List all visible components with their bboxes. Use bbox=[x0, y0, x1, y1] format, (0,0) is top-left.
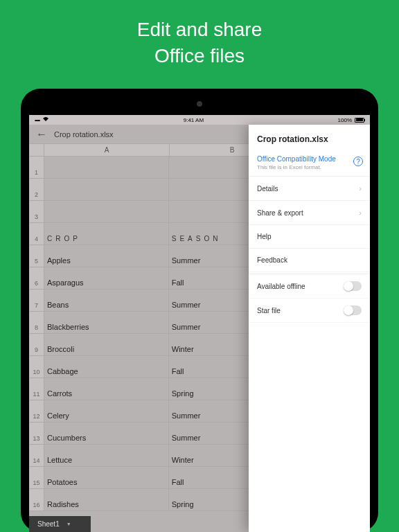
cell-crop[interactable]: Celery bbox=[44, 400, 169, 422]
document-title: Crop rotation.xlsx bbox=[54, 130, 114, 139]
row-number[interactable]: 1 bbox=[29, 157, 44, 178]
panel-item[interactable]: Help bbox=[249, 225, 370, 249]
row-number[interactable]: 15 bbox=[29, 467, 44, 488]
cell-crop[interactable]: Asparagus bbox=[44, 267, 169, 289]
battery-icon bbox=[355, 118, 364, 123]
device-frame: ••••• 9:41 AM 100% ← Crop rotation.xlsx … bbox=[21, 89, 378, 532]
row-number[interactable]: 3 bbox=[29, 201, 44, 222]
caret-down-icon[interactable]: ▼ bbox=[66, 522, 71, 526]
panel-item-label: Help bbox=[257, 233, 272, 240]
col-header-a[interactable]: A bbox=[44, 144, 170, 156]
row-number[interactable]: 10 bbox=[29, 356, 44, 378]
cell[interactable] bbox=[44, 157, 169, 178]
cell-crop[interactable]: Beans bbox=[44, 290, 169, 311]
compat-label: Office Compatibility Mode bbox=[257, 155, 362, 163]
row-number[interactable]: 11 bbox=[29, 378, 44, 400]
signal-icon: ••••• bbox=[35, 118, 39, 123]
row-number[interactable]: 8 bbox=[29, 312, 44, 333]
promo-line1: Edit and share bbox=[0, 17, 399, 43]
row-number[interactable]: 4 bbox=[29, 223, 44, 245]
cell-crop[interactable]: Blackberries bbox=[44, 312, 169, 333]
cell[interactable] bbox=[44, 179, 169, 200]
cell-crop[interactable]: Broccoli bbox=[44, 334, 169, 355]
toggle-switch[interactable] bbox=[344, 305, 362, 315]
panel-item[interactable]: Share & export› bbox=[249, 201, 370, 225]
help-icon[interactable]: ? bbox=[353, 157, 363, 166]
battery-percent: 100% bbox=[338, 117, 352, 123]
cell-crop[interactable]: Apples bbox=[44, 245, 169, 267]
row-number[interactable]: 13 bbox=[29, 423, 44, 444]
sheet-tab-label: Sheet1 bbox=[37, 520, 60, 528]
panel-title: Crop rotation.xlsx bbox=[249, 125, 370, 152]
cell-crop[interactable]: Cabbage bbox=[44, 356, 169, 378]
chevron-right-icon: › bbox=[359, 184, 362, 193]
row-number[interactable]: 12 bbox=[29, 400, 44, 422]
panel-item-label: Details bbox=[257, 185, 278, 193]
panel-item-label: Share & export bbox=[257, 209, 303, 217]
toggle-label: Available offline bbox=[257, 283, 305, 290]
camera-dot bbox=[197, 101, 202, 107]
sheet-tab[interactable]: Sheet1 ▼ bbox=[29, 516, 91, 532]
status-time: 9:41 AM bbox=[184, 117, 204, 123]
cell-crop-header[interactable]: CROP bbox=[44, 223, 169, 245]
row-number[interactable]: 9 bbox=[29, 334, 44, 355]
corner-cell[interactable] bbox=[29, 144, 44, 156]
row-number[interactable]: 2 bbox=[29, 179, 44, 200]
toggle-switch[interactable] bbox=[344, 281, 362, 291]
promo-line2: Office files bbox=[0, 43, 399, 69]
panel-item[interactable]: Details› bbox=[249, 177, 370, 201]
status-bar: ••••• 9:41 AM 100% bbox=[29, 115, 370, 125]
chevron-right-icon: › bbox=[359, 209, 362, 217]
cell-crop[interactable]: Carrots bbox=[44, 378, 169, 400]
cell[interactable] bbox=[44, 201, 169, 222]
row-number[interactable]: 16 bbox=[29, 489, 44, 511]
row-number[interactable]: 6 bbox=[29, 267, 44, 289]
row-number[interactable]: 7 bbox=[29, 290, 44, 311]
compat-mode-row[interactable]: Office Compatibility Mode This file is i… bbox=[249, 152, 370, 177]
panel-item-label: Feedback bbox=[257, 256, 287, 264]
screen: ••••• 9:41 AM 100% ← Crop rotation.xlsx … bbox=[29, 115, 370, 532]
side-panel: Crop rotation.xlsx Office Compatibility … bbox=[249, 125, 370, 532]
cell-crop[interactable]: Potatoes bbox=[44, 467, 169, 488]
toggle-row: Star file bbox=[249, 299, 370, 323]
toggle-label: Star file bbox=[257, 307, 281, 314]
cell-crop[interactable]: Lettuce bbox=[44, 445, 169, 466]
compat-subtext: This file is in Excel format. bbox=[257, 164, 362, 170]
toggle-row: Available offline bbox=[249, 274, 370, 299]
back-arrow-icon[interactable]: ← bbox=[36, 128, 47, 141]
row-number[interactable]: 14 bbox=[29, 445, 44, 466]
cell-crop[interactable]: Radishes bbox=[44, 489, 169, 511]
row-number[interactable]: 5 bbox=[29, 245, 44, 267]
cell-crop[interactable]: Cucumbers bbox=[44, 423, 169, 444]
promo-text: Edit and share Office files bbox=[0, 0, 399, 69]
wifi-icon bbox=[42, 116, 49, 123]
panel-item[interactable]: Feedback bbox=[249, 249, 370, 272]
